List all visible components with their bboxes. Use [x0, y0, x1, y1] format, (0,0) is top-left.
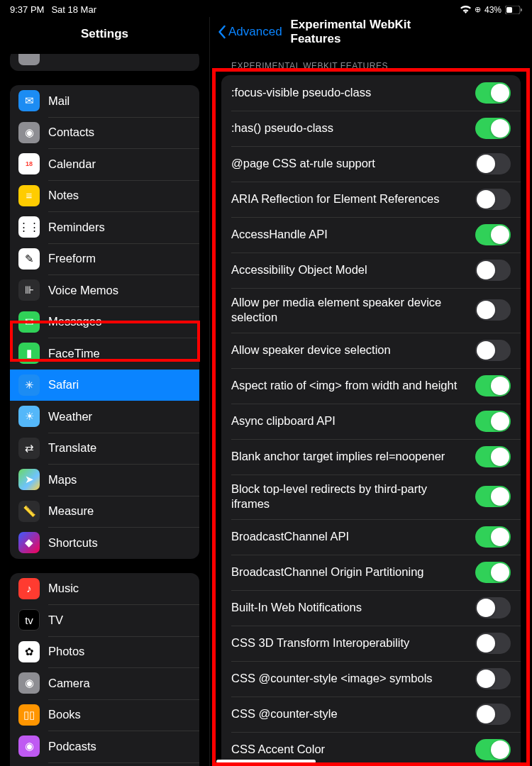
feature-row: Async clipboard API	[221, 404, 521, 439]
feature-label: AccessHandle API	[231, 227, 338, 242]
sidebar-item-calendar[interactable]: 18Calendar	[10, 148, 199, 180]
Measure-icon: 📏	[18, 501, 40, 522]
sidebar-item-label: FaceTime	[48, 347, 100, 360]
sidebar-item-label: Shortcuts	[48, 536, 98, 550]
feature-label: Built-In Web Notifications	[231, 600, 372, 615]
feature-row: CSS @counter-style <image> symbols	[221, 661, 521, 696]
feature-toggle[interactable]	[475, 526, 511, 548]
feature-label: CSS @counter-style <image> symbols	[231, 671, 443, 686]
feature-row: BroadcastChannel Origin Partitioning	[221, 555, 521, 590]
sidebar-item-label: Safari	[48, 378, 79, 392]
sidebar-item-label: Voice Memos	[48, 284, 118, 297]
feature-toggle[interactable]	[475, 260, 511, 281]
feature-toggle[interactable]	[475, 704, 511, 725]
sidebar-item-contacts[interactable]: ◉Contacts	[10, 117, 199, 149]
sidebar-item-freeform[interactable]: ✎Freeform	[10, 243, 199, 275]
back-label: Advanced	[228, 25, 282, 39]
sidebar-item-notes[interactable]: ≡Notes	[10, 180, 199, 212]
Contacts-icon: ◉	[18, 122, 40, 143]
feature-row: CSS @counter-style	[221, 696, 521, 732]
sidebar-item-translate[interactable]: ⇄Translate	[10, 433, 199, 465]
sidebar-item-label: Music	[48, 582, 79, 595]
home-indicator[interactable]	[216, 760, 316, 763]
feature-toggle[interactable]	[475, 633, 511, 654]
Voice Memos-icon: ⊪	[18, 279, 40, 301]
sidebar-item-unknown[interactable]	[10, 54, 199, 71]
feature-label: @page CSS at-rule support	[231, 156, 385, 171]
Safari-icon: ✳	[18, 374, 40, 396]
sidebar-item-facetime[interactable]: ▮FaceTime	[10, 338, 199, 370]
wifi-icon	[460, 6, 471, 13]
section-header: EXPERIMENTAL WEBKIT FEATURES	[221, 47, 521, 75]
sidebar-item-tv[interactable]: tvTV	[10, 604, 199, 636]
status-bar: 9:37 PM Sat 18 Mar ⊕ 43%	[0, 0, 532, 17]
sidebar-item-voice-memos[interactable]: ⊪Voice Memos	[10, 274, 199, 306]
sidebar-item-books[interactable]: ▯▯Books	[10, 699, 199, 731]
feature-toggle[interactable]	[475, 486, 511, 507]
feature-row: Allow per media element speaker device s…	[221, 288, 521, 333]
sidebar-item-label: Freeform	[48, 252, 96, 265]
sidebar-item-label: Maps	[48, 473, 77, 487]
sidebar-item-safari[interactable]: ✳Safari	[10, 370, 199, 401]
sidebar-item-messages[interactable]: ✉Messages	[10, 306, 199, 338]
sidebar-item-label: TV	[48, 614, 63, 627]
sidebar-item-photos[interactable]: ✿Photos	[10, 636, 199, 668]
feature-toggle[interactable]	[475, 340, 511, 361]
Freeform-icon: ✎	[18, 248, 40, 270]
feature-row: :has() pseudo-class	[221, 111, 521, 146]
feature-toggle[interactable]	[475, 375, 511, 396]
feature-toggle[interactable]	[475, 597, 511, 618]
sidebar-item-reminders[interactable]: ⋮⋮Reminders	[10, 211, 199, 243]
nav-bar: Advanced Experimental WebKit Features	[210, 17, 532, 47]
feature-row: Accessibility Object Model	[221, 252, 521, 288]
sidebar-item-podcasts[interactable]: ◉Podcasts	[10, 731, 199, 762]
sidebar-item-measure[interactable]: 📏Measure	[10, 496, 199, 528]
sidebar-item-game-center[interactable]: ◔Game Center	[10, 762, 199, 767]
TV-icon: tv	[18, 609, 40, 631]
feature-toggle[interactable]	[475, 411, 511, 432]
battery-percent: 43%	[484, 5, 501, 15]
sidebar-item-music[interactable]: ♪Music	[10, 573, 199, 605]
feature-label: Allow speaker device selection	[231, 343, 401, 357]
feature-toggle[interactable]	[475, 224, 511, 245]
back-button[interactable]: Advanced	[217, 25, 282, 39]
feature-toggle[interactable]	[475, 189, 511, 210]
sidebar-item-mail[interactable]: ✉Mail	[10, 85, 199, 117]
Mail-icon: ✉	[18, 90, 40, 111]
Maps-icon: ➤	[18, 469, 40, 490]
sidebar-title: Settings	[0, 17, 209, 54]
feature-row: Aspect ratio of <img> from width and hei…	[221, 368, 521, 404]
main-panel: Advanced Experimental WebKit Features EX…	[210, 17, 532, 766]
Podcasts-icon: ◉	[18, 736, 40, 757]
sidebar-item-label: Translate	[48, 441, 96, 455]
feature-toggle[interactable]	[475, 118, 511, 139]
sidebar-item-label: Contacts	[48, 126, 94, 139]
sidebar-item-label: Books	[48, 708, 81, 721]
status-time: 9:37 PM	[10, 4, 44, 15]
feature-label: ARIA Reflection for Element References	[231, 192, 449, 206]
Messages-icon: ✉	[18, 311, 40, 333]
sidebar-item-shortcuts[interactable]: ◆Shortcuts	[10, 527, 199, 559]
battery-icon	[505, 6, 522, 14]
feature-toggle[interactable]	[475, 153, 511, 174]
feature-toggle[interactable]	[475, 82, 511, 104]
app-icon	[18, 54, 40, 65]
feature-toggle[interactable]	[475, 739, 511, 760]
feature-toggle[interactable]	[475, 299, 511, 321]
sidebar-item-weather[interactable]: ☀Weather	[10, 401, 199, 433]
feature-label: :has() pseudo-class	[231, 121, 343, 135]
page-title: Experimental WebKit Features	[291, 18, 452, 46]
svg-rect-1	[506, 7, 512, 13]
feature-label: BroadcastChannel Origin Partitioning	[231, 565, 434, 579]
Notes-icon: ≡	[18, 185, 40, 206]
sidebar-item-maps[interactable]: ➤Maps	[10, 464, 199, 496]
feature-toggle[interactable]	[475, 668, 511, 689]
FaceTime-icon: ▮	[18, 343, 40, 364]
feature-toggle[interactable]	[475, 562, 511, 583]
feature-toggle[interactable]	[475, 446, 511, 467]
feature-row: Blank anchor target implies rel=noopener	[221, 439, 521, 474]
Translate-icon: ⇄	[18, 438, 40, 459]
orientation-lock-icon: ⊕	[475, 5, 481, 14]
feature-row: Built-In Web Notifications	[221, 590, 521, 626]
sidebar-item-camera[interactable]: ◉Camera	[10, 667, 199, 699]
